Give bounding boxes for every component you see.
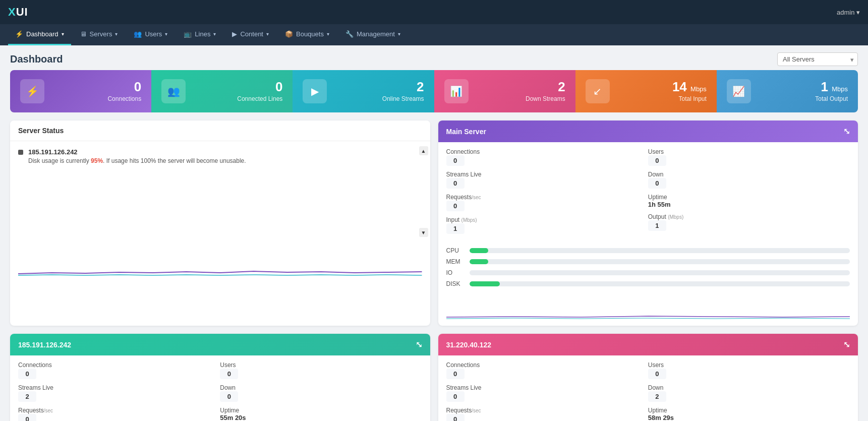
server-status-details: 185.191.126.242 Disk usage is currently …: [28, 148, 246, 164]
bottom-panels-row: 185.191.126.242 ⤡ Connections 0 Streams …: [10, 334, 858, 421]
nav-management[interactable]: 🔧 Management ▾: [338, 24, 408, 45]
stats-row: ⚡ 0 Connections 👥 0 Connected Lines ▶ 2 …: [0, 70, 868, 121]
status-dot: [18, 150, 23, 155]
collapse-242-icon[interactable]: ⤡: [416, 340, 422, 349]
nav-users-label: Users: [145, 30, 162, 38]
main-server-panel: Main Server ⤡ Connections 0 Streams Live…: [438, 121, 858, 326]
connected-lines-label: Connected Lines: [194, 95, 282, 102]
server-ip: 185.191.126.242: [28, 148, 246, 156]
disk-row: DISK: [446, 280, 850, 287]
streams-row-242: Streams Live 2: [18, 384, 220, 402]
nav-dashboard-label: Dashboard: [26, 30, 59, 38]
server-status-body: 185.191.126.242 Disk usage is currently …: [10, 141, 430, 252]
input-row: Input (Mbps) 1: [446, 216, 648, 234]
nav-dashboard[interactable]: ⚡ Dashboard ▾: [8, 24, 71, 45]
nav-content[interactable]: ▶ Content ▾: [225, 24, 276, 45]
down-streams-label: Down Streams: [477, 95, 565, 102]
total-input-icon: ↙: [586, 79, 610, 103]
server-242-title: 185.191.126.242: [18, 341, 71, 349]
req-val-242: 0: [18, 414, 36, 421]
nav-lines[interactable]: 📺 Lines ▾: [177, 24, 223, 45]
collapse-icon[interactable]: ⤡: [843, 127, 850, 136]
server-status-message: Disk usage is currently 95%. If usage hi…: [28, 157, 246, 164]
streams-val-122: 0: [446, 391, 465, 402]
chart-svg: [18, 256, 422, 276]
nav-bouquets[interactable]: 📦 Bouquets ▾: [278, 24, 336, 45]
nav-servers[interactable]: 🖥 Servers ▾: [73, 24, 125, 45]
server-242-stats: Connections 0 Streams Live 2 Requests/se…: [10, 355, 430, 421]
server-status-title: Server Status: [18, 127, 64, 135]
server-242-panel: 185.191.126.242 ⤡ Connections 0 Streams …: [10, 334, 430, 421]
down-val-122: 2: [648, 391, 666, 402]
connections-row: Connections 0: [446, 148, 648, 166]
total-output-info: 1 Mbps Total Output: [759, 80, 848, 102]
mem-bar-fill: [470, 259, 489, 264]
server-242-right: Users 0 Down 0 Uptime 55m 20s Output (Mb…: [220, 362, 422, 421]
requests-row: Requests/sec 0: [446, 194, 648, 211]
users-row-242: Users 0: [220, 362, 422, 379]
logo-x: X: [8, 6, 16, 18]
connected-lines-icon: 👥: [161, 79, 186, 103]
total-input-label: Total Input: [618, 95, 707, 102]
chevron-down-icon: ▾: [62, 31, 64, 37]
total-output-value: 1 Mbps: [759, 80, 848, 93]
nav-users[interactable]: 👥 Users ▾: [127, 24, 175, 45]
uptime-val-242: 55m 20s: [220, 414, 246, 421]
stat-card-online-streams: ▶ 2 Online Streams: [293, 70, 434, 112]
main-server-mid-col: Users 0 Down 0 Uptime 1h 55m Output (Mbp…: [648, 148, 850, 239]
req-row-242: Requests/sec 0: [18, 407, 220, 421]
chevron-down-icon: ▾: [327, 31, 329, 37]
server-122-right: Users 0 Down 2 Uptime 58m 29s Output (Mb…: [648, 362, 850, 421]
users-row: Users 0: [648, 148, 850, 166]
page-title: Dashboard: [10, 53, 63, 65]
chevron-down-icon: ▾: [266, 31, 269, 37]
users-icon: 👥: [134, 30, 142, 38]
online-streams-label: Online Streams: [335, 95, 424, 102]
main-server-header: Main Server ⤡: [438, 121, 858, 142]
server-status-item: 185.191.126.242 Disk usage is currently …: [18, 148, 422, 164]
io-row: IO: [446, 269, 850, 276]
connections-value: 0: [52, 80, 141, 93]
down-val-242: 0: [220, 391, 238, 402]
navbar: ⚡ Dashboard ▾ 🖥 Servers ▾ 👥 Users ▾ 📺 Li…: [0, 24, 868, 45]
online-streams-info: 2 Online Streams: [335, 80, 424, 102]
down-val: 0: [648, 178, 666, 189]
mem-label: MEM: [446, 258, 465, 265]
server-select[interactable]: All Servers Main Server 185.191.126.242 …: [777, 52, 858, 66]
server-select-wrapper: All Servers Main Server 185.191.126.242 …: [777, 52, 858, 66]
bouquets-icon: 📦: [285, 30, 293, 38]
connected-lines-info: 0 Connected Lines: [194, 80, 282, 102]
nav-management-label: Management: [357, 30, 395, 38]
total-input-info: 14 Mbps Total Input: [618, 80, 707, 102]
user-menu[interactable]: admin ▾: [837, 9, 860, 16]
logo-ui: UI: [16, 6, 28, 18]
lines-icon: 📺: [184, 30, 192, 38]
mem-bar-track: [470, 259, 850, 264]
stat-card-connections: ⚡ 0 Connections: [10, 70, 151, 112]
down-streams-icon: 📊: [444, 79, 469, 103]
users-val-242: 0: [220, 369, 238, 379]
users-row-122: Users 0: [648, 362, 850, 379]
uptime-val: 1h 55m: [648, 201, 671, 208]
collapse-122-icon[interactable]: ⤡: [843, 340, 850, 349]
stat-card-connected-lines: 👥 0 Connected Lines: [151, 70, 293, 112]
scroll-down-button[interactable]: ▼: [419, 228, 428, 237]
server-122-panel: 31.220.40.122 ⤡ Connections 0 Streams Li…: [438, 334, 858, 421]
main-server-title: Main Server: [446, 128, 486, 136]
nav-servers-label: Servers: [90, 30, 112, 38]
stat-card-down-streams: 📊 2 Down Streams: [434, 70, 575, 112]
conn-val-122: 0: [446, 369, 465, 379]
connections-val: 0: [446, 155, 465, 166]
main-content: Server Status 185.191.126.242 Disk usage…: [0, 121, 868, 421]
conn-row-122: Connections 0: [446, 362, 648, 379]
scroll-up-button[interactable]: ▲: [419, 146, 428, 155]
online-streams-value: 2: [335, 80, 424, 93]
nav-lines-label: Lines: [195, 30, 210, 38]
main-server-chart: [438, 295, 858, 326]
management-icon: 🔧: [345, 30, 354, 38]
content-icon: ▶: [232, 30, 237, 38]
main-server-resources: CPU MEM IO: [438, 243, 858, 295]
server-status-panel: Server Status 185.191.126.242 Disk usage…: [10, 121, 430, 326]
streams-row-122: Streams Live 0: [446, 384, 648, 402]
connections-icon: ⚡: [20, 79, 44, 103]
